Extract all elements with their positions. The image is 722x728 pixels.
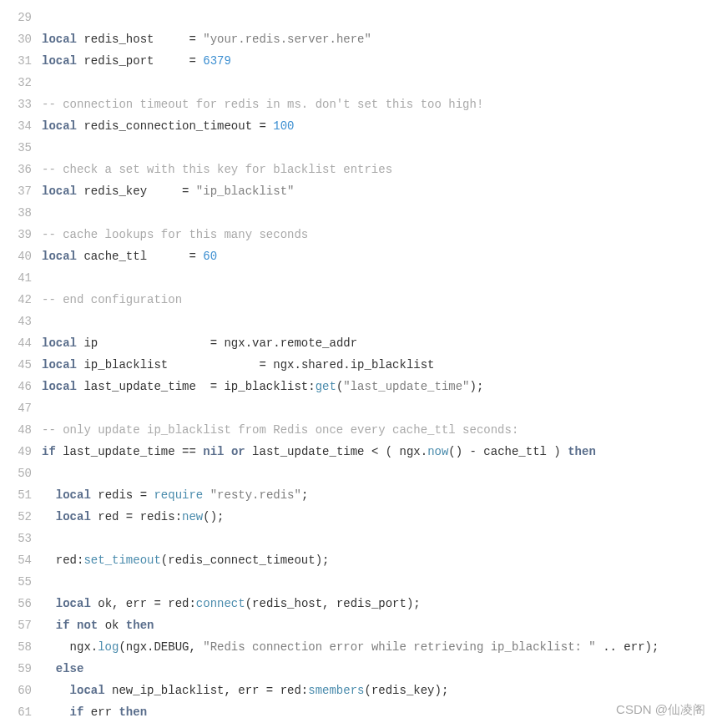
line-number: 56 — [0, 593, 42, 614]
code-line: 50 — [0, 463, 722, 484]
line-number: 57 — [0, 614, 42, 636]
code-line: 29 — [0, 7, 722, 28]
code-line: 40local cache_ttl = 60 — [0, 245, 722, 267]
line-number: 32 — [0, 72, 42, 94]
line-number: 30 — [0, 28, 42, 50]
code-editor: 2930local redis_host = "your.redis.serve… — [0, 0, 722, 728]
code-line: 57 if not ok then — [0, 614, 722, 636]
line-number: 50 — [0, 463, 42, 484]
line-number: 43 — [0, 311, 42, 332]
code-line: 59 else — [0, 658, 722, 680]
code-text: -- connection timeout for redis in ms. d… — [42, 94, 722, 115]
line-number: 38 — [0, 202, 42, 224]
code-line: 36-- check a set with this key for black… — [0, 159, 722, 180]
code-text: local ok, err = red:connect(redis_host, … — [42, 593, 722, 614]
code-line: 60 local new_ip_blacklist, err = red:sme… — [0, 680, 722, 701]
line-number: 45 — [0, 354, 42, 376]
code-text: if not ok then — [42, 614, 722, 636]
code-line: 37local redis_key = "ip_blacklist" — [0, 180, 722, 202]
code-text: local redis_connection_timeout = 100 — [42, 115, 722, 137]
code-text — [42, 571, 722, 593]
code-text: local ip = ngx.var.remote_addr — [42, 332, 722, 354]
code-text: local ip_blacklist = ngx.shared.ip_black… — [42, 354, 722, 376]
line-number: 35 — [0, 137, 42, 159]
code-line: 56 local ok, err = red:connect(redis_hos… — [0, 593, 722, 614]
code-text: -- only update ip_blacklist from Redis o… — [42, 419, 722, 441]
code-text: -- check a set with this key for blackli… — [42, 159, 722, 180]
code-text: local last_update_time = ip_blacklist:ge… — [42, 376, 722, 397]
line-number: 59 — [0, 658, 42, 680]
code-text: local redis = require "resty.redis"; — [42, 484, 722, 506]
line-number: 34 — [0, 115, 42, 137]
code-line: 47 — [0, 397, 722, 419]
code-line: 52 local red = redis:new(); — [0, 506, 722, 528]
code-text: -- cache lookups for this many seconds — [42, 224, 722, 245]
line-number: 48 — [0, 419, 42, 441]
line-number: 33 — [0, 94, 42, 115]
code-text — [42, 528, 722, 549]
code-line: 45local ip_blacklist = ngx.shared.ip_bla… — [0, 354, 722, 376]
code-text — [42, 311, 722, 332]
code-text: local new_ip_blacklist, err = red:smembe… — [42, 680, 722, 701]
code-line: 34local redis_connection_timeout = 100 — [0, 115, 722, 137]
line-number: 44 — [0, 332, 42, 354]
code-text — [42, 7, 722, 28]
line-number: 37 — [0, 180, 42, 202]
line-number: 41 — [0, 267, 42, 289]
code-line: 58 ngx.log(ngx.DEBUG, "Redis connection … — [0, 636, 722, 658]
code-line: 61 if err then — [0, 701, 722, 723]
code-line: 51 local redis = require "resty.redis"; — [0, 484, 722, 506]
code-text: else — [42, 658, 722, 680]
code-line: 30local redis_host = "your.redis.server.… — [0, 28, 722, 50]
code-line: 54 red:set_timeout(redis_connect_timeout… — [0, 549, 722, 571]
code-line: 39-- cache lookups for this many seconds — [0, 224, 722, 245]
line-number: 42 — [0, 289, 42, 311]
code-line: 53 — [0, 528, 722, 549]
code-text: if last_update_time == nil or last_updat… — [42, 441, 722, 463]
line-number: 52 — [0, 506, 42, 528]
line-number: 53 — [0, 528, 42, 549]
line-number: 49 — [0, 441, 42, 463]
code-text — [42, 202, 722, 224]
line-number: 61 — [0, 701, 42, 723]
code-line: 49if last_update_time == nil or last_upd… — [0, 441, 722, 463]
line-number: 55 — [0, 571, 42, 593]
line-number: 39 — [0, 224, 42, 245]
line-number: 29 — [0, 7, 42, 28]
code-text: red:set_timeout(redis_connect_timeout); — [42, 549, 722, 571]
code-text: ngx.log(ngx.DEBUG, "Redis connection err… — [42, 636, 722, 658]
code-line: 35 — [0, 137, 722, 159]
code-line: 46local last_update_time = ip_blacklist:… — [0, 376, 722, 397]
code-line: 32 — [0, 72, 722, 94]
code-text — [42, 72, 722, 94]
line-number: 40 — [0, 245, 42, 267]
code-text: local redis_port = 6379 — [42, 50, 722, 72]
code-text — [42, 137, 722, 159]
code-text: if err then — [42, 701, 722, 723]
line-number: 60 — [0, 680, 42, 701]
line-number: 31 — [0, 50, 42, 72]
code-line: 43 — [0, 311, 722, 332]
code-line: 48-- only update ip_blacklist from Redis… — [0, 419, 722, 441]
code-text: local red = redis:new(); — [42, 506, 722, 528]
line-number: 47 — [0, 397, 42, 419]
line-number: 58 — [0, 636, 42, 658]
code-line: 31local redis_port = 6379 — [0, 50, 722, 72]
line-number: 54 — [0, 549, 42, 571]
code-text — [42, 397, 722, 419]
code-line: 38 — [0, 202, 722, 224]
line-number: 51 — [0, 484, 42, 506]
code-text: local cache_ttl = 60 — [42, 245, 722, 267]
code-text — [42, 463, 722, 484]
code-text — [42, 267, 722, 289]
code-text: local redis_key = "ip_blacklist" — [42, 180, 722, 202]
code-text: -- end configuration — [42, 289, 722, 311]
code-line: 42-- end configuration — [0, 289, 722, 311]
code-line: 33-- connection timeout for redis in ms.… — [0, 94, 722, 115]
code-line: 41 — [0, 267, 722, 289]
line-number: 46 — [0, 376, 42, 397]
code-line: 55 — [0, 571, 722, 593]
code-text: local redis_host = "your.redis.server.he… — [42, 28, 722, 50]
line-number: 36 — [0, 159, 42, 180]
code-line: 44local ip = ngx.var.remote_addr — [0, 332, 722, 354]
